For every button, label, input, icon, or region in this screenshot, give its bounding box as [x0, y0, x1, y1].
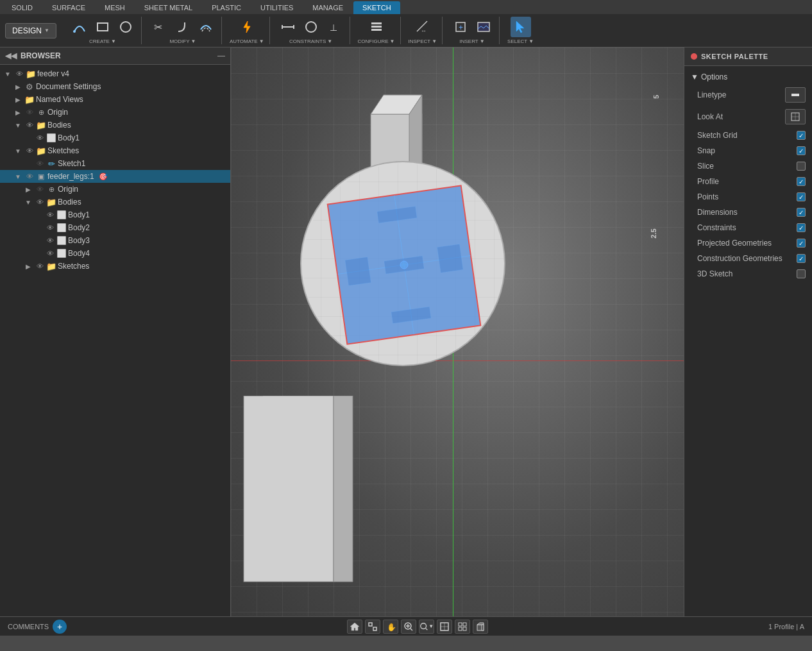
palette-item-profile[interactable]: Profile ✓	[684, 174, 812, 189]
tree-item-doc-settings[interactable]: ▶ ⚙ Document Settings	[0, 80, 230, 93]
zoom-dropdown-button[interactable]: ▼	[419, 620, 434, 634]
tree-arrow-bodies2[interactable]: ▼	[23, 197, 33, 207]
browser-minimize-icon[interactable]: —	[217, 51, 225, 60]
lightning-icon[interactable]	[237, 17, 257, 37]
create-label[interactable]: CREATE ▼	[89, 38, 116, 44]
tree-item-sketches[interactable]: ▼ 👁 📁 Sketches	[0, 144, 230, 157]
constraints-label[interactable]: CONSTRAINTS ▼	[289, 38, 332, 44]
tree-item-feeder-legs[interactable]: ▼ 👁 ▣ feeder_legs:1 🎯	[0, 170, 230, 183]
palette-item-constraints[interactable]: Constraints ✓	[684, 220, 812, 235]
palette-item-dimensions[interactable]: Dimensions ✓	[684, 205, 812, 220]
insert-plus-icon[interactable]: +	[450, 17, 471, 37]
tree-arrow-origin[interactable]: ▶	[13, 107, 23, 117]
tree-arrow-bodies-top[interactable]: ▼	[13, 120, 23, 130]
palette-item-3d-sketch[interactable]: 3D Sketch	[684, 266, 812, 282]
tangent-constraint-icon[interactable]: ⊥	[324, 17, 344, 37]
tree-item-named-views[interactable]: ▶ 📁 Named Views	[0, 93, 230, 106]
palette-checkbox-profile[interactable]: ✓	[797, 177, 806, 186]
palette-checkbox-constraints[interactable]: ✓	[797, 223, 806, 232]
perpendicular-constraint-icon[interactable]	[301, 17, 321, 37]
fit-view-button[interactable]	[365, 620, 380, 634]
palette-btn-look-at[interactable]	[785, 109, 806, 124]
tab-sketch[interactable]: SKETCH	[353, 1, 400, 14]
display-mode-button[interactable]	[437, 620, 452, 634]
tree-item-sketch1[interactable]: 👁 ✏ Sketch1	[0, 157, 230, 170]
tree-eye-bodies2[interactable]: 👁	[35, 197, 45, 207]
tree-arrow-sketches[interactable]: ▼	[13, 146, 23, 156]
palette-item-linetype[interactable]: Linetype	[684, 84, 812, 106]
offset-icon[interactable]	[196, 17, 216, 37]
tree-arrow-named-views[interactable]: ▶	[13, 94, 23, 105]
tree-eye-body3[interactable]: 👁	[45, 235, 55, 246]
palette-item-snap[interactable]: Snap ✓	[684, 143, 812, 158]
inspect-label[interactable]: INSPECT ▼	[409, 38, 437, 44]
tree-eye-body4[interactable]: 👁	[45, 248, 55, 258]
tree-item-bodies2[interactable]: ▼ 👁 📁 Bodies	[0, 196, 230, 208]
tab-manage[interactable]: MANAGE	[303, 1, 352, 14]
home-view-button[interactable]	[347, 620, 362, 634]
tree-item-sketches2[interactable]: ▶ 👁 📁 Sketches	[0, 260, 230, 273]
tab-utilities[interactable]: UTILITIES	[251, 1, 302, 14]
tree-item-root[interactable]: ▼ 👁 📁 feeder v4	[0, 67, 230, 80]
circle-tool-icon[interactable]	[115, 17, 136, 37]
tree-item-body1[interactable]: 👁 Body1	[0, 208, 230, 221]
palette-checkbox-sketch-grid[interactable]: ✓	[797, 131, 806, 140]
rect-tool-icon[interactable]	[92, 17, 113, 37]
tab-mesh[interactable]: MESH	[96, 1, 134, 14]
tree-item-origin2[interactable]: ▶ 👁 ⊕ Origin	[0, 183, 230, 196]
tree-item-body3[interactable]: 👁 Body3	[0, 234, 230, 247]
palette-checkbox-snap[interactable]: ✓	[797, 146, 806, 155]
insert-image-icon[interactable]	[473, 17, 494, 37]
palette-checkbox-projected-geo[interactable]: ✓	[797, 239, 806, 248]
palette-checkbox-points[interactable]: ✓	[797, 192, 806, 201]
tree-item-body2[interactable]: 👁 Body2	[0, 221, 230, 234]
inspect-measure-icon[interactable]: ↔	[412, 17, 433, 37]
tree-arrow-origin2[interactable]: ▶	[23, 184, 33, 194]
pan-tool-button[interactable]: ✋	[383, 620, 398, 634]
viewport[interactable]: 5 2.5 -2.5 -5	[231, 47, 684, 616]
palette-checkbox-dimensions[interactable]: ✓	[797, 208, 806, 217]
tree-arrow-root[interactable]: ▼	[3, 69, 13, 79]
zoom-in-button[interactable]	[401, 620, 416, 634]
palette-checkbox-slice[interactable]	[797, 162, 806, 171]
palette-item-look-at[interactable]: Look At	[684, 106, 812, 128]
tree-eye-sketch1[interactable]: 👁	[35, 158, 45, 169]
palette-item-projected-geo[interactable]: Projected Geometries ✓	[684, 235, 812, 251]
tree-arrow-feeder-legs[interactable]: ▼	[13, 171, 23, 182]
tree-eye-bodies-top[interactable]: 👁	[24, 120, 35, 130]
fillet-icon[interactable]	[173, 17, 193, 37]
configure-icon[interactable]	[366, 17, 387, 37]
tree-item-bodies-top[interactable]: ▼ 👁 📁 Bodies	[0, 119, 230, 131]
browser-collapse-icon[interactable]: ◀◀	[5, 51, 17, 60]
tree-item-origin[interactable]: ▶ 👁 ⊕ Origin	[0, 106, 230, 119]
tree-eye-body1-top[interactable]: 👁	[35, 133, 45, 143]
tree-eye-origin2[interactable]: 👁	[35, 184, 45, 194]
view-cube-button[interactable]	[473, 620, 488, 634]
palette-checkbox-construction-geo[interactable]: ✓	[797, 254, 806, 263]
automate-label[interactable]: AUTOMATE ▼	[230, 38, 264, 44]
design-button[interactable]: DESIGN ▼	[5, 23, 56, 38]
palette-item-points[interactable]: Points ✓	[684, 189, 812, 205]
tab-solid[interactable]: SOLID	[3, 1, 42, 14]
horizontal-constraint-icon[interactable]	[278, 17, 298, 37]
arc-tool-icon[interactable]	[69, 17, 90, 37]
tree-arrow-sketches2[interactable]: ▶	[23, 261, 33, 271]
tab-surface[interactable]: SURFACE	[43, 1, 94, 14]
tree-eye-body2[interactable]: 👁	[45, 223, 55, 233]
grid-display-button[interactable]	[455, 620, 470, 634]
palette-checkbox-3d-sketch[interactable]	[797, 269, 806, 278]
tab-plastic[interactable]: PLASTIC	[203, 1, 250, 14]
tree-eye-body1[interactable]: 👁	[45, 210, 55, 220]
tree-eye-sketches[interactable]: 👁	[24, 146, 35, 156]
tree-eye-origin[interactable]: 👁	[24, 107, 35, 117]
palette-item-sketch-grid[interactable]: Sketch Grid ✓	[684, 128, 812, 143]
select-cursor-icon[interactable]	[511, 17, 531, 37]
tree-item-body4[interactable]: 👁 Body4	[0, 247, 230, 260]
tab-sheet-metal[interactable]: SHEET METAL	[135, 1, 201, 14]
tree-eye-feeder-legs[interactable]: 👁	[24, 171, 35, 182]
tree-arrow-doc-settings[interactable]: ▶	[13, 81, 23, 92]
palette-btn-linetype[interactable]	[785, 87, 806, 103]
palette-item-construction-geo[interactable]: Construction Geometries ✓	[684, 251, 812, 266]
insert-label[interactable]: INSERT ▼	[460, 38, 485, 44]
palette-item-slice[interactable]: Slice	[684, 158, 812, 174]
